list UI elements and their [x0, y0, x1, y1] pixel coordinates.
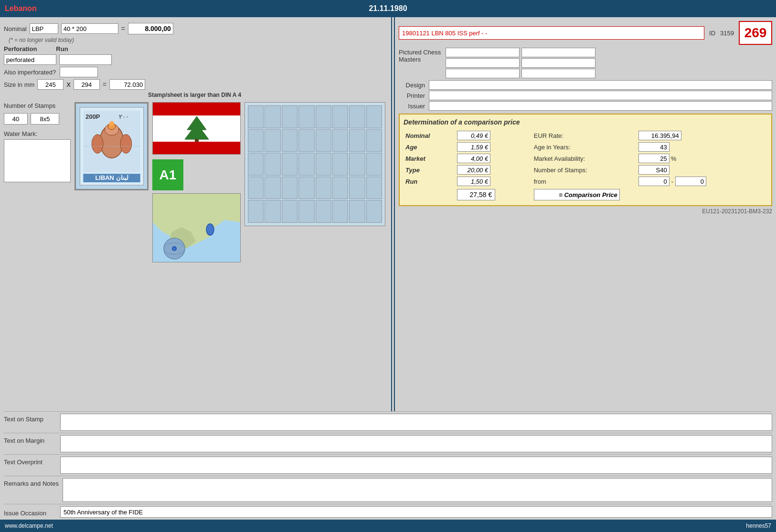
chess-inputs-group [446, 48, 595, 78]
size-y-input[interactable] [74, 79, 100, 90]
chess-input-3[interactable] [446, 58, 520, 68]
comp-type-value[interactable] [457, 165, 490, 175]
sheet-cell [316, 105, 331, 128]
text-on-margin-textarea[interactable] [60, 435, 772, 452]
flag-red-bottom [153, 142, 240, 155]
size-result-input[interactable] [109, 79, 145, 90]
also-imp-label: Also imperforated? [4, 69, 56, 76]
footer-user: hennes57 [746, 522, 771, 529]
comp-age-years-label: Age in Years: [532, 141, 637, 153]
sheet-cell [265, 200, 280, 223]
text-overprint-textarea[interactable] [60, 457, 772, 474]
chess-row-2 [446, 58, 595, 68]
comp-run-label: Run [404, 176, 455, 187]
top-content: Nominal = (* = no longer valid today) Pe… [0, 17, 776, 411]
svg-marker-14 [185, 116, 209, 139]
comp-nominal-label: Nominal [404, 130, 455, 141]
chess-input-1[interactable] [446, 48, 520, 57]
chess-row-3 [446, 69, 595, 78]
watermark-section: Water Mark: [4, 130, 71, 182]
svg-text:200P: 200P [85, 113, 100, 120]
text-overprint-label: Text Overprint [4, 457, 56, 466]
sheet-cell [349, 200, 365, 223]
watermark-label: Water Mark: [4, 130, 37, 137]
chess-masters-label: Pictured ChessMasters [399, 48, 442, 63]
comp-market-avail-value[interactable] [638, 154, 670, 163]
sheet-cell [316, 129, 331, 152]
sheet-cell [366, 129, 382, 152]
run-input[interactable] [59, 54, 112, 65]
design-row: Design [399, 80, 772, 90]
nominal-value-field[interactable] [61, 23, 118, 34]
sheet-cell [265, 177, 280, 199]
comp-total-row [404, 187, 767, 201]
stamp-image-container: 200P ٢٠٠ LIBAN لبنان [74, 102, 149, 190]
comp-market-value[interactable] [457, 154, 490, 163]
country-label: Lebanon [5, 4, 260, 13]
text-overprint-row: Text Overprint [4, 454, 772, 476]
comp-to-value[interactable] [675, 177, 706, 186]
comp-num-stamps-value[interactable] [638, 165, 670, 175]
right-images-col: A1 [152, 102, 241, 262]
sheet-cell [265, 105, 280, 128]
chess-input-4[interactable] [521, 58, 595, 68]
chess-input-5[interactable] [446, 69, 520, 78]
num-count-input[interactable] [4, 113, 28, 125]
comp-eur-rate-value[interactable] [638, 131, 681, 140]
main-container: Lebanon 21.11.1980 Nominal = (* = no lon… [0, 0, 776, 532]
num-stamps-inputs [4, 113, 59, 125]
text-on-stamp-textarea[interactable] [60, 414, 772, 431]
chess-input-2[interactable] [521, 48, 595, 57]
issue-occasion-row: Issue Occasion [4, 504, 772, 520]
svg-point-23 [173, 247, 176, 250]
sheet-cell [282, 200, 298, 223]
num-layout-input[interactable] [31, 113, 59, 125]
comparison-title: Determination of a comparison price [404, 118, 767, 126]
design-input[interactable] [429, 80, 772, 90]
comp-age-value[interactable] [457, 142, 490, 152]
sheet-cell [316, 200, 331, 223]
date-label: 21.11.1980 [260, 4, 516, 13]
cedar-tree-icon [180, 115, 213, 142]
nominal-result-field[interactable] [128, 23, 173, 34]
chess-input-6[interactable] [521, 69, 595, 78]
sheet-cell [282, 177, 298, 199]
comp-total-label [534, 189, 620, 200]
printer-input[interactable] [429, 91, 772, 100]
inline-images: Number of Stamps Water Mark: [4, 102, 385, 262]
size-x-input[interactable] [37, 79, 64, 90]
sheet-cell [366, 105, 382, 128]
sheet-cell [248, 153, 264, 176]
left-stamp-col: Number of Stamps Water Mark: [4, 102, 71, 182]
comp-row-market: Market Market Availability: % [404, 153, 767, 164]
size-x-label: X [66, 81, 71, 88]
also-imp-input[interactable] [60, 67, 98, 77]
sheet-cell [298, 105, 314, 128]
sheet-cell [298, 200, 314, 223]
printer-label: Printer [399, 92, 425, 99]
comp-run-value[interactable] [457, 177, 490, 186]
sheet-cell [282, 153, 298, 176]
left-content: Nominal = (* = no longer valid today) Pe… [0, 17, 389, 411]
issue-occasion-input[interactable] [60, 506, 772, 518]
also-imperforated-row: Also imperforated? [4, 67, 385, 77]
svg-point-8 [109, 121, 114, 126]
comp-total-value[interactable] [457, 189, 495, 200]
catalog-ref-input[interactable] [399, 26, 704, 40]
remarks-textarea[interactable] [63, 478, 772, 502]
sheet-cell [298, 129, 314, 152]
right-content: ID 3159 269 Pictured ChessMasters [394, 17, 776, 411]
size-row: Size in mm X = [4, 79, 385, 90]
vertical-divider [391, 17, 392, 411]
issuer-label: Issuer [399, 103, 425, 110]
text-on-stamp-label: Text on Stamp [4, 414, 56, 423]
svg-point-19 [206, 224, 214, 235]
comp-age-years-value[interactable] [638, 142, 670, 152]
perforation-input[interactable] [4, 54, 56, 65]
issuer-input[interactable] [429, 101, 772, 111]
comp-type-label: Type [404, 164, 455, 176]
comp-from-value[interactable] [638, 177, 670, 186]
eu-ref: EU121-20231201-BM3-232 [399, 208, 772, 215]
comp-nominal-value[interactable] [457, 131, 490, 140]
currency-field[interactable] [30, 23, 58, 34]
